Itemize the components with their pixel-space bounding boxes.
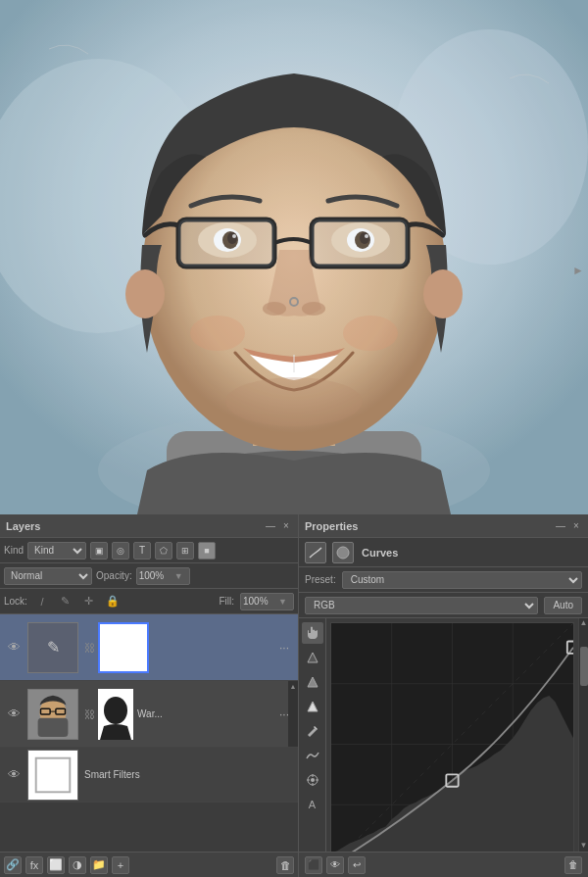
curves-scrollbar[interactable]: ▲ ▼ xyxy=(578,618,588,852)
layer-visibility-1[interactable]: 👁 xyxy=(4,638,24,658)
layer-info-2: War... xyxy=(135,708,274,719)
svg-point-40 xyxy=(104,697,127,724)
fill-label: Fill: xyxy=(219,596,234,607)
layer-thumb-adjustment: ✎ xyxy=(27,622,78,673)
layer-name-3: Smart Filters xyxy=(84,769,292,780)
add-adjustment-btn[interactable]: ◑ xyxy=(69,856,86,874)
layer-thumb-face xyxy=(27,689,78,740)
layer-link-2: ⛓ xyxy=(82,707,96,721)
curves-pencil-tool[interactable] xyxy=(302,720,323,742)
canvas-area: ► xyxy=(0,0,588,514)
layer-item-face[interactable]: 👁 ⛓ xyxy=(0,681,298,748)
properties-panel-close[interactable]: × xyxy=(570,520,582,532)
layer-visibility-3[interactable]: 👁 xyxy=(4,765,24,785)
preset-select[interactable]: Custom Default Strong Contrast Medium Co… xyxy=(342,571,582,589)
curves-hand-tool[interactable] xyxy=(302,622,323,644)
add-layer-btn[interactable]: + xyxy=(112,856,129,874)
svg-rect-31 xyxy=(0,0,588,514)
lock-all-btn[interactable]: 🔒 xyxy=(104,593,122,610)
svg-rect-35 xyxy=(38,717,69,736)
chain-icon-1: ⛓ xyxy=(84,642,95,654)
curves-tools: A xyxy=(299,618,326,852)
layers-lock-row: Lock: / ✎ ✛ 🔒 Fill: ▼ xyxy=(0,589,298,614)
layer-info-3: Smart Filters xyxy=(82,769,294,780)
curves-layer-icon xyxy=(332,542,354,563)
curves-graph[interactable] xyxy=(330,622,574,852)
curves-sample-mid-tool[interactable] xyxy=(302,671,323,693)
properties-panel: Properties — × Curves xyxy=(299,514,588,877)
layer-mask-2 xyxy=(98,689,133,740)
channel-row: RGB Red Green Blue Auto xyxy=(299,593,588,618)
properties-panel-collapse[interactable]: — xyxy=(555,520,566,532)
channel-select[interactable]: RGB Red Green Blue xyxy=(305,597,538,614)
add-group-btn[interactable]: 📁 xyxy=(90,856,108,874)
scroll-down-arrow[interactable]: ▼ xyxy=(580,841,588,850)
props-eye-btn[interactable]: 👁 xyxy=(326,856,344,874)
filter-shape-icon[interactable]: ⬠ xyxy=(155,542,172,560)
fill-input[interactable] xyxy=(241,596,278,607)
layer-link-1: ⛓ xyxy=(82,641,96,655)
layer-mask-1 xyxy=(98,622,149,673)
props-delete-btn[interactable]: 🗑 xyxy=(564,856,582,874)
link-layers-btn[interactable]: 🔗 xyxy=(4,856,22,874)
curves-area: A xyxy=(299,618,588,852)
eye-icon-2: 👁 xyxy=(8,706,21,721)
layers-panel-collapse[interactable]: — xyxy=(265,520,276,532)
curves-smooth-tool[interactable] xyxy=(302,745,323,766)
layers-bottom-bar: 🔗 fx ⬜ ◑ 📁 + 🗑 xyxy=(0,852,298,877)
canvas-image: ► xyxy=(0,0,588,514)
svg-text:►: ► xyxy=(572,264,584,277)
chain-icon-2: ⛓ xyxy=(84,708,95,720)
lock-transparent-btn[interactable]: / xyxy=(33,593,51,610)
properties-bottom-bar: ⬛ 👁 ↩ 🗑 xyxy=(299,852,588,877)
layer-item-adjustment[interactable]: 👁 ✎ ⛓ ··· xyxy=(0,614,298,681)
layer-item-smart-filters[interactable]: 👁 Smart Filters xyxy=(0,748,298,803)
layer-more-1[interactable]: ··· xyxy=(274,638,294,658)
filter-pixel-icon[interactable]: ▣ xyxy=(90,542,108,560)
layer-scroll-2: ▲ xyxy=(288,681,298,747)
kind-select[interactable]: Kind xyxy=(27,542,86,560)
preset-row: Preset: Custom Default Strong Contrast M… xyxy=(299,567,588,593)
add-mask-btn[interactable]: ⬜ xyxy=(47,856,65,874)
kind-label: Kind xyxy=(4,545,24,556)
opacity-label: Opacity: xyxy=(96,570,132,581)
delete-layer-btn[interactable]: 🗑 xyxy=(276,856,294,874)
curves-adj-layer-icon xyxy=(305,542,326,563)
preset-label: Preset: xyxy=(305,574,336,585)
layer-thumb-smart xyxy=(27,750,78,801)
scrollbar-thumb[interactable] xyxy=(580,647,588,686)
curves-text-tool[interactable]: A xyxy=(302,794,323,815)
curves-sample-light-tool[interactable] xyxy=(302,696,323,717)
layers-panel-close[interactable]: × xyxy=(280,520,292,532)
lock-position-btn[interactable]: ✛ xyxy=(80,593,98,610)
properties-panel-header: Properties — × xyxy=(299,514,588,538)
layer-visibility-2[interactable]: 👁 xyxy=(4,705,24,724)
lock-label: Lock: xyxy=(4,596,27,607)
lock-image-btn[interactable]: ✎ xyxy=(57,593,74,610)
curves-title: Curves xyxy=(362,547,398,559)
opacity-input[interactable] xyxy=(137,570,174,581)
props-reset-btn[interactable]: ↩ xyxy=(348,856,366,874)
filter-adjust-icon[interactable]: ◎ xyxy=(112,542,129,560)
properties-toolbar: Curves xyxy=(299,538,588,567)
layers-panel-header: Layers — × xyxy=(0,514,298,538)
layer-name-2: War... xyxy=(137,708,272,719)
curves-target-tool[interactable] xyxy=(302,769,323,791)
curves-sample-dark-tool[interactable] xyxy=(302,647,323,668)
layers-blend-row: Normal Multiply Screen Overlay Opacity: … xyxy=(0,563,298,589)
filter-smart-icon[interactable]: ⊞ xyxy=(176,542,194,560)
eye-icon-1: 👁 xyxy=(8,640,21,655)
curves-graph-container xyxy=(326,618,578,852)
svg-point-48 xyxy=(311,778,315,782)
auto-button[interactable]: Auto xyxy=(544,597,582,614)
filter-color-icon[interactable]: ■ xyxy=(198,542,216,560)
layers-filter-row: Kind Kind ▣ ◎ T ⬠ ⊞ ■ xyxy=(0,538,298,563)
blend-mode-select[interactable]: Normal Multiply Screen Overlay xyxy=(4,567,92,585)
scroll-up-arrow[interactable]: ▲ xyxy=(580,618,588,627)
curves-adj-icon: ✎ xyxy=(47,638,60,657)
properties-panel-title: Properties xyxy=(305,520,358,532)
layers-panel: Layers — × Kind Kind ▣ ◎ T ⬠ ⊞ ■ Normal … xyxy=(0,514,299,877)
props-clip-btn[interactable]: ⬛ xyxy=(305,856,322,874)
filter-type-icon[interactable]: T xyxy=(133,542,151,560)
add-style-btn[interactable]: fx xyxy=(25,856,43,874)
